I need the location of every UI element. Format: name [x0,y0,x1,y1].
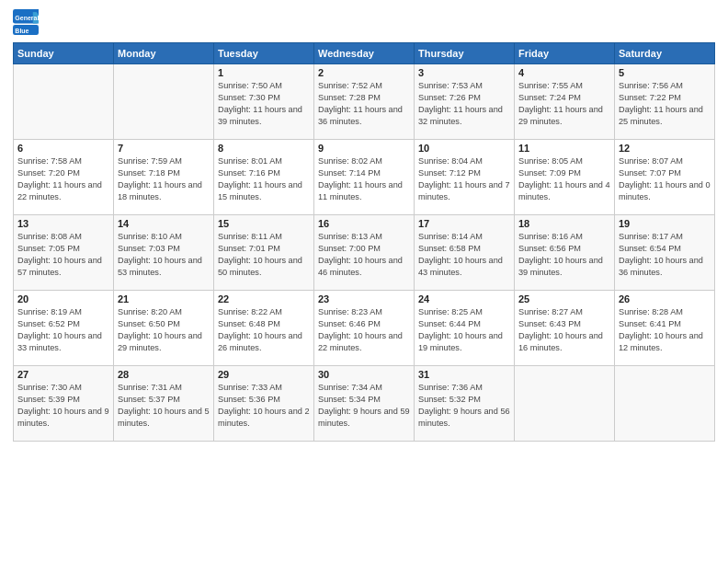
day-number: 2 [318,67,410,78]
calendar-cell: 15Sunrise: 8:11 AMSunset: 7:01 PMDayligh… [214,215,314,291]
calendar-cell: 26Sunrise: 8:28 AMSunset: 6:41 PMDayligh… [615,291,715,366]
svg-text:General: General [15,15,39,21]
calendar-cell: 25Sunrise: 8:27 AMSunset: 6:43 PMDayligh… [515,291,615,366]
day-number: 24 [418,293,510,304]
day-number: 20 [17,293,109,304]
day-number: 3 [418,67,510,78]
calendar-page: General Blue SundayMondayTuesdayWednesda… [0,0,728,563]
cell-content: Sunrise: 7:34 AMSunset: 5:34 PMDaylight:… [318,382,410,430]
day-number: 7 [118,143,210,154]
calendar-cell [14,64,114,140]
calendar-cell [114,64,214,140]
calendar-cell: 8Sunrise: 8:01 AMSunset: 7:16 PMDaylight… [214,140,314,215]
calendar-week-row: 20Sunrise: 8:19 AMSunset: 6:52 PMDayligh… [14,291,715,366]
weekday-header-friday: Friday [515,43,615,64]
calendar-cell: 5Sunrise: 7:56 AMSunset: 7:22 PMDaylight… [615,64,715,140]
calendar-cell: 3Sunrise: 7:53 AMSunset: 7:26 PMDaylight… [415,64,515,140]
calendar-cell: 11Sunrise: 8:05 AMSunset: 7:09 PMDayligh… [515,140,615,215]
cell-content: Sunrise: 8:17 AMSunset: 6:54 PMDaylight:… [619,231,711,279]
day-number: 23 [318,293,410,304]
day-number: 21 [118,293,210,304]
cell-content: Sunrise: 8:16 AMSunset: 6:56 PMDaylight:… [518,231,610,279]
cell-content: Sunrise: 8:27 AMSunset: 6:43 PMDaylight:… [518,306,610,354]
cell-content: Sunrise: 8:20 AMSunset: 6:50 PMDaylight:… [118,306,210,354]
cell-content: Sunrise: 8:05 AMSunset: 7:09 PMDaylight:… [518,155,610,203]
cell-content: Sunrise: 7:52 AMSunset: 7:28 PMDaylight:… [318,80,410,128]
cell-content: Sunrise: 7:50 AMSunset: 7:30 PMDaylight:… [218,80,310,128]
weekday-header-sunday: Sunday [14,43,114,64]
day-number: 16 [318,218,410,229]
cell-content: Sunrise: 8:01 AMSunset: 7:16 PMDaylight:… [218,155,310,203]
day-number: 15 [218,218,310,229]
day-number: 18 [518,218,610,229]
calendar-cell: 16Sunrise: 8:13 AMSunset: 7:00 PMDayligh… [314,215,415,291]
cell-content: Sunrise: 8:13 AMSunset: 7:00 PMDaylight:… [318,231,410,279]
cell-content: Sunrise: 8:25 AMSunset: 6:44 PMDaylight:… [418,306,510,354]
day-number: 22 [218,293,310,304]
calendar-cell: 12Sunrise: 8:07 AMSunset: 7:07 PMDayligh… [615,140,715,215]
cell-content: Sunrise: 8:04 AMSunset: 7:12 PMDaylight:… [418,155,510,203]
calendar-cell: 18Sunrise: 8:16 AMSunset: 6:56 PMDayligh… [515,215,615,291]
cell-content: Sunrise: 8:23 AMSunset: 6:46 PMDaylight:… [318,306,410,354]
cell-content: Sunrise: 7:36 AMSunset: 5:32 PMDaylight:… [418,382,510,430]
day-number: 19 [619,218,711,229]
calendar-cell: 10Sunrise: 8:04 AMSunset: 7:12 PMDayligh… [415,140,515,215]
cell-content: Sunrise: 8:08 AMSunset: 7:05 PMDaylight:… [17,231,109,279]
calendar-cell: 4Sunrise: 7:55 AMSunset: 7:24 PMDaylight… [515,64,615,140]
calendar-cell: 1Sunrise: 7:50 AMSunset: 7:30 PMDaylight… [214,64,314,140]
weekday-header-row: SundayMondayTuesdayWednesdayThursdayFrid… [14,43,715,64]
day-number: 8 [218,143,310,154]
calendar-cell: 28Sunrise: 7:31 AMSunset: 5:37 PMDayligh… [114,366,214,442]
cell-content: Sunrise: 8:28 AMSunset: 6:41 PMDaylight:… [619,306,711,354]
weekday-header-thursday: Thursday [415,43,515,64]
cell-content: Sunrise: 8:11 AMSunset: 7:01 PMDaylight:… [218,231,310,279]
cell-content: Sunrise: 8:22 AMSunset: 6:48 PMDaylight:… [218,306,310,354]
day-number: 27 [17,369,109,380]
logo-icon: General Blue [13,9,39,35]
calendar-cell: 22Sunrise: 8:22 AMSunset: 6:48 PMDayligh… [214,291,314,366]
day-number: 10 [418,143,510,154]
calendar-cell [515,366,615,442]
day-number: 25 [518,293,610,304]
day-number: 29 [218,369,310,380]
cell-content: Sunrise: 7:33 AMSunset: 5:36 PMDaylight:… [218,382,310,430]
cell-content: Sunrise: 8:10 AMSunset: 7:03 PMDaylight:… [118,231,210,279]
cell-content: Sunrise: 8:07 AMSunset: 7:07 PMDaylight:… [619,155,711,203]
cell-content: Sunrise: 8:19 AMSunset: 6:52 PMDaylight:… [17,306,109,354]
calendar-cell: 24Sunrise: 8:25 AMSunset: 6:44 PMDayligh… [415,291,515,366]
calendar-cell: 20Sunrise: 8:19 AMSunset: 6:52 PMDayligh… [14,291,114,366]
day-number: 9 [318,143,410,154]
weekday-header-saturday: Saturday [615,43,715,64]
calendar-table: SundayMondayTuesdayWednesdayThursdayFrid… [13,42,715,442]
day-number: 30 [318,369,410,380]
calendar-cell: 17Sunrise: 8:14 AMSunset: 6:58 PMDayligh… [415,215,515,291]
day-number: 17 [418,218,510,229]
cell-content: Sunrise: 7:59 AMSunset: 7:18 PMDaylight:… [118,155,210,203]
day-number: 4 [518,67,610,78]
day-number: 28 [118,369,210,380]
cell-content: Sunrise: 7:31 AMSunset: 5:37 PMDaylight:… [118,382,210,430]
calendar-cell: 13Sunrise: 8:08 AMSunset: 7:05 PMDayligh… [14,215,114,291]
calendar-cell: 7Sunrise: 7:59 AMSunset: 7:18 PMDaylight… [114,140,214,215]
cell-content: Sunrise: 7:55 AMSunset: 7:24 PMDaylight:… [518,80,610,128]
day-number: 13 [17,218,109,229]
calendar-cell: 30Sunrise: 7:34 AMSunset: 5:34 PMDayligh… [314,366,415,442]
day-number: 14 [118,218,210,229]
cell-content: Sunrise: 8:14 AMSunset: 6:58 PMDaylight:… [418,231,510,279]
calendar-cell: 31Sunrise: 7:36 AMSunset: 5:32 PMDayligh… [415,366,515,442]
day-number: 11 [518,143,610,154]
logo: General Blue [13,9,39,35]
calendar-week-row: 13Sunrise: 8:08 AMSunset: 7:05 PMDayligh… [14,215,715,291]
svg-text:Blue: Blue [15,28,28,34]
calendar-cell: 19Sunrise: 8:17 AMSunset: 6:54 PMDayligh… [615,215,715,291]
calendar-cell: 9Sunrise: 8:02 AMSunset: 7:14 PMDaylight… [314,140,415,215]
day-number: 5 [619,67,711,78]
calendar-cell: 6Sunrise: 7:58 AMSunset: 7:20 PMDaylight… [14,140,114,215]
calendar-cell: 21Sunrise: 8:20 AMSunset: 6:50 PMDayligh… [114,291,214,366]
header: General Blue [13,9,715,35]
calendar-cell [615,366,715,442]
weekday-header-wednesday: Wednesday [314,43,415,64]
day-number: 31 [418,369,510,380]
calendar-cell: 14Sunrise: 8:10 AMSunset: 7:03 PMDayligh… [114,215,214,291]
weekday-header-monday: Monday [114,43,214,64]
